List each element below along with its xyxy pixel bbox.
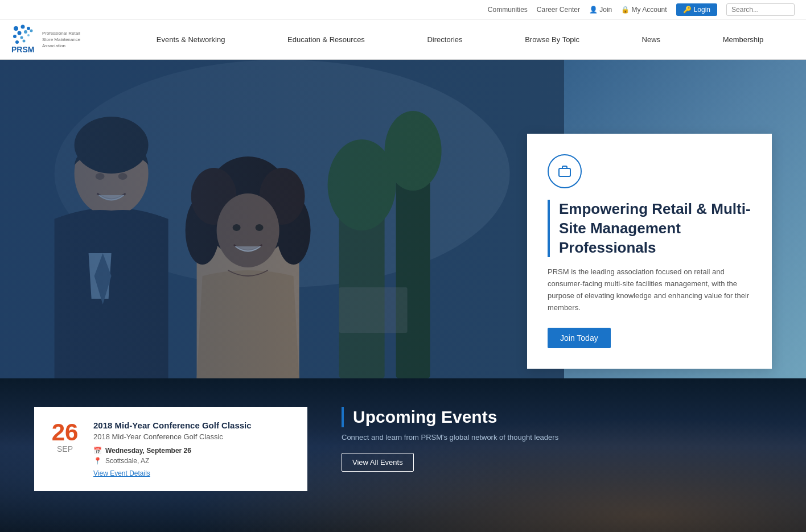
view-event-details-link[interactable]: View Event Details — [93, 469, 294, 477]
svg-point-21 — [118, 173, 128, 180]
svg-point-3 — [18, 31, 22, 35]
svg-point-25 — [191, 168, 237, 225]
svg-point-7 — [20, 36, 23, 39]
login-button[interactable]: 🔑 Login — [676, 3, 717, 16]
svg-point-29 — [256, 224, 264, 231]
logo-subtitle: Professional RetailStore MaintenanceAsso… — [42, 30, 80, 50]
nav-events-networking[interactable]: Events & Networking — [151, 20, 231, 60]
svg-text:PRSM: PRSM — [11, 45, 34, 54]
svg-point-8 — [27, 34, 30, 36]
events-section: 26 Sep 2018 Mid-Year Conference Golf Cla… — [0, 378, 806, 532]
join-link[interactable]: 👤 Join — [589, 6, 612, 14]
nav-directories[interactable]: Directories — [421, 20, 468, 60]
svg-point-27 — [217, 193, 279, 267]
event-info: 2018 Mid-Year Conference Golf Classic 20… — [93, 420, 294, 477]
career-center-link[interactable]: Career Center — [537, 6, 580, 14]
logo-icon: PRSM — [11, 24, 40, 55]
svg-point-13 — [55, 60, 510, 287]
svg-point-0 — [14, 26, 18, 31]
search-input[interactable] — [726, 3, 795, 16]
person-icon: 👤 — [589, 6, 598, 14]
event-name: 2018 Mid-Year Conference Golf Classic — [93, 420, 294, 430]
hero-card-title: Empowering Retail & Multi-Site Managemen… — [548, 200, 751, 257]
svg-rect-12 — [0, 60, 564, 378]
login-icon: 🔑 — [683, 6, 692, 14]
events-title: Upcoming Events — [342, 407, 772, 427]
svg-point-22 — [203, 156, 294, 259]
svg-point-9 — [15, 40, 19, 44]
svg-point-26 — [260, 168, 305, 225]
hero-card: Empowering Retail & Multi-Site Managemen… — [527, 134, 772, 369]
hero-section: Empowering Retail & Multi-Site Managemen… — [0, 60, 806, 378]
nav-education-resources[interactable]: Education & Resources — [282, 20, 371, 60]
svg-point-19 — [75, 117, 149, 174]
hero-card-description: PRSM is the leading association focused … — [548, 266, 751, 314]
event-month: Sep — [48, 444, 82, 453]
events-list: 26 Sep 2018 Mid-Year Conference Golf Cla… — [34, 407, 307, 491]
svg-rect-32 — [559, 168, 570, 176]
svg-point-18 — [75, 131, 149, 216]
nav-bar: PRSM Professional RetailStore Maintenanc… — [0, 20, 806, 60]
event-card: 26 Sep 2018 Mid-Year Conference Golf Cla… — [34, 407, 307, 491]
logo[interactable]: PRSM Professional RetailStore Maintenanc… — [11, 24, 102, 55]
svg-point-17 — [385, 111, 442, 191]
event-location-meta: 📍 Scottsdale, AZ — [93, 457, 294, 465]
nav-news[interactable]: News — [636, 20, 667, 60]
svg-rect-16 — [396, 145, 430, 378]
event-date: 26 Sep — [48, 420, 82, 453]
event-day: 26 — [48, 420, 82, 444]
lock-icon: 🔒 — [621, 6, 630, 14]
calendar-icon: 📅 — [93, 447, 102, 455]
events-subtitle: Connect and learn from PRSM's global net… — [342, 433, 772, 442]
svg-point-5 — [30, 30, 33, 32]
nav-items: Events & Networking Education & Resource… — [125, 20, 795, 60]
view-all-events-button[interactable]: View All Events — [342, 453, 414, 472]
svg-point-24 — [277, 196, 311, 265]
event-name-sub: 2018 Mid-Year Conference Golf Classic — [93, 432, 294, 441]
svg-point-4 — [24, 30, 27, 34]
svg-point-10 — [23, 40, 26, 43]
nav-membership[interactable]: Membership — [717, 20, 770, 60]
location-icon: 📍 — [93, 457, 102, 465]
my-account-link[interactable]: 🔒 My Account — [621, 6, 667, 14]
top-bar: Communities Career Center 👤 Join 🔒 My Ac… — [0, 0, 806, 20]
svg-point-1 — [21, 25, 25, 29]
svg-point-23 — [186, 196, 220, 265]
nav-browse-by-topic[interactable]: Browse By Topic — [519, 20, 585, 60]
join-today-button[interactable]: Join Today — [548, 328, 611, 348]
svg-point-2 — [27, 27, 30, 30]
svg-point-15 — [328, 139, 396, 230]
svg-rect-14 — [339, 174, 385, 378]
svg-point-6 — [13, 35, 17, 38]
hero-image — [0, 60, 564, 378]
communities-link[interactable]: Communities — [488, 6, 528, 14]
event-date-meta: 📅 Wednesday, September 26 — [93, 447, 294, 455]
svg-point-20 — [96, 173, 105, 180]
svg-rect-30 — [339, 287, 408, 333]
svg-rect-31 — [0, 60, 564, 378]
events-right: Upcoming Events Connect and learn from P… — [342, 407, 772, 472]
briefcase-icon — [548, 154, 582, 188]
svg-point-28 — [233, 224, 241, 231]
